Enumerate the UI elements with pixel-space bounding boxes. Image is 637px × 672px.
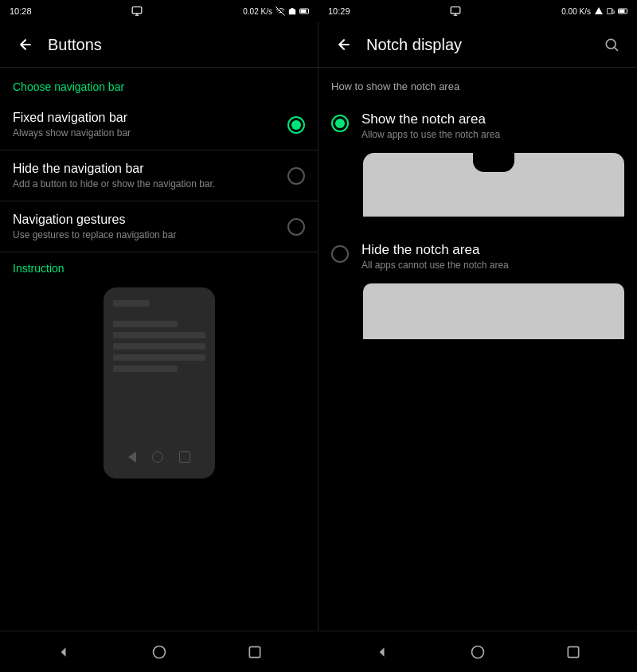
svg-point-9 [606, 39, 616, 49]
right-home-nav-icon[interactable] [467, 641, 489, 663]
left-panel-title: Buttons [48, 36, 305, 54]
notch-cutout-shape [473, 153, 514, 172]
right-content: How to show the notch area Show the notc… [318, 68, 637, 631]
svg-marker-5 [595, 7, 603, 14]
bottom-navbars [0, 631, 637, 672]
svg-rect-12 [249, 647, 260, 657]
svg-point-14 [472, 646, 484, 658]
hide-notch-illustration [363, 283, 624, 339]
gestures-nav-title: Navigation gestures [13, 213, 287, 227]
status-bars: 10:28 0.02 K/s 10:29 0.00 K/s [0, 0, 637, 22]
phone-screen [113, 300, 205, 439]
svg-marker-1 [289, 8, 295, 14]
gestures-nav-text: Navigation gestures Use gestures to repl… [13, 213, 287, 240]
hide-notch-radio[interactable] [331, 245, 349, 263]
right-time: 10:29 [328, 6, 350, 16]
phone-line-2 [113, 321, 178, 327]
instruction-section: Instruction [0, 252, 318, 488]
show-notch-illustration [363, 153, 624, 217]
search-button[interactable] [599, 32, 624, 57]
left-home-nav-icon[interactable] [148, 641, 170, 663]
hide-notch-subtitle: All apps cannot use the notch area [361, 260, 624, 271]
left-status-bar: 10:28 0.02 K/s [0, 0, 318, 22]
gestures-nav-subtitle: Use gestures to replace navigation bar [13, 229, 287, 240]
main-panels: Buttons Choose navigation bar Fixed navi… [0, 22, 637, 631]
svg-rect-4 [451, 7, 461, 14]
nav-bar-section-header: Choose navigation bar [0, 68, 318, 100]
hide-nav-title: Hide the navigation bar [13, 162, 287, 176]
fixed-nav-radio[interactable] [287, 116, 305, 134]
svg-rect-0 [133, 7, 143, 14]
right-back-button[interactable] [331, 32, 357, 57]
phone-illustration [104, 287, 215, 479]
phone-line-3 [113, 332, 205, 338]
svg-rect-6 [607, 9, 612, 14]
svg-marker-10 [61, 647, 66, 657]
phone-home-btn [152, 451, 163, 463]
hide-nav-subtitle: Add a button to hide or show the navigat… [13, 178, 287, 189]
hide-notch-text: Hide the notch area All apps cannot use … [361, 242, 624, 271]
show-notch-option[interactable]: Show the notch area Allow apps to use th… [318, 102, 637, 150]
show-notch-title: Show the notch area [361, 111, 624, 127]
phone-recents-btn [179, 451, 190, 463]
left-status-icons: 0.02 K/s [243, 6, 309, 16]
hide-notch-title: Hide the notch area [361, 242, 624, 258]
show-notch-subtitle: Allow apps to use the notch area [361, 129, 624, 140]
svg-point-11 [154, 646, 166, 658]
hide-notch-option[interactable]: Hide the notch area All apps cannot use … [318, 232, 637, 280]
right-notification-icon [450, 6, 461, 17]
right-toolbar: Notch display [318, 22, 637, 67]
gestures-nav-item[interactable]: Navigation gestures Use gestures to repl… [0, 201, 318, 252]
phone-nav-bar [113, 445, 205, 463]
svg-rect-8 [619, 10, 624, 13]
left-recents-nav-icon[interactable] [244, 641, 266, 663]
show-notch-radio[interactable] [331, 115, 349, 132]
fixed-nav-item[interactable]: Fixed navigation bar Always show navigat… [0, 100, 318, 150]
left-back-button[interactable] [13, 32, 38, 57]
left-speed: 0.02 K/s [243, 7, 272, 16]
phone-back-btn [128, 451, 136, 463]
right-back-nav-icon[interactable] [371, 641, 393, 663]
notch-section-title: How to show the notch area [318, 74, 637, 102]
phone-line-6 [113, 365, 178, 372]
gestures-nav-radio[interactable] [287, 218, 305, 236]
right-recents-nav-icon[interactable] [562, 641, 584, 663]
right-status-icons: 0.00 K/s [561, 6, 627, 16]
right-bottom-nav [318, 631, 637, 672]
left-notification-icon [131, 6, 143, 17]
phone-line-4 [113, 343, 205, 350]
left-bottom-nav [0, 631, 318, 672]
phone-line-1 [113, 300, 150, 307]
right-panel: Notch display How to show the notch area… [318, 22, 637, 631]
hide-nav-radio[interactable] [287, 167, 305, 185]
left-panel: Buttons Choose navigation bar Fixed navi… [0, 22, 318, 631]
right-panel-title: Notch display [366, 36, 589, 54]
fixed-nav-subtitle: Always show navigation bar [13, 127, 287, 139]
svg-marker-13 [380, 647, 385, 657]
left-toolbar: Buttons [0, 22, 318, 67]
fixed-nav-title: Fixed navigation bar [13, 111, 287, 125]
svg-rect-3 [300, 10, 306, 13]
hide-nav-item[interactable]: Hide the navigation bar Add a button to … [0, 150, 318, 201]
svg-rect-15 [568, 647, 578, 657]
left-back-nav-icon[interactable] [53, 641, 75, 663]
hide-nav-text: Hide the navigation bar Add a button to … [13, 162, 287, 189]
right-status-bar: 10:29 0.00 K/s [318, 0, 637, 22]
show-notch-text: Show the notch area Allow apps to use th… [361, 111, 624, 140]
fixed-nav-text: Fixed navigation bar Always show navigat… [13, 111, 287, 139]
instruction-label: Instruction [13, 262, 305, 275]
left-time: 10:28 [10, 6, 32, 16]
right-speed: 0.00 K/s [561, 7, 591, 16]
phone-line-5 [113, 354, 205, 361]
